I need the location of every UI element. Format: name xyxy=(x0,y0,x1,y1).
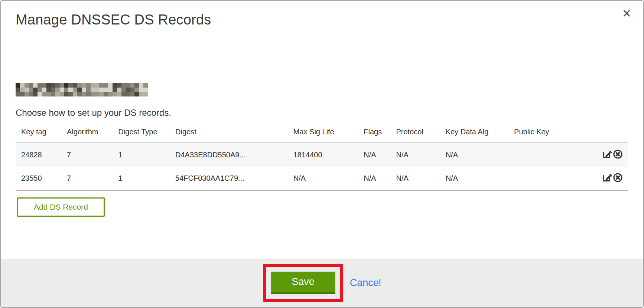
manage-dnssec-ds-records-dialog: ✕ Manage DNSSEC DS Records Choose how to… xyxy=(0,0,644,308)
cell-key_tag: 24828 xyxy=(16,143,61,167)
annotation-highlight-red: Save xyxy=(263,264,343,302)
edit-record-icon[interactable] xyxy=(602,149,612,159)
column-header-key_tag: Key tag xyxy=(16,124,61,143)
column-header-flags: Flags xyxy=(358,124,390,143)
cell-max_sig_life: N/A xyxy=(288,167,358,190)
close-icon[interactable]: ✕ xyxy=(622,8,631,19)
instruction-text: Choose how to set up your DS records. xyxy=(16,108,628,118)
cell-digest: 54FCF030AA1C79... xyxy=(170,167,288,190)
column-header-algorithm: Algorithm xyxy=(61,124,113,143)
cell-actions xyxy=(575,167,628,190)
domain-name-redacted xyxy=(16,83,148,96)
column-header-public_key: Public Key xyxy=(508,124,575,143)
delete-record-icon[interactable] xyxy=(613,149,623,159)
cell-public_key xyxy=(508,167,575,190)
cell-digest: D4A33E8DD550A9... xyxy=(170,143,288,167)
dialog-body: Manage DNSSEC DS Records Choose how to s… xyxy=(1,11,643,217)
cell-digest_type: 1 xyxy=(113,143,170,167)
column-header-actions xyxy=(575,124,628,143)
page-title: Manage DNSSEC DS Records xyxy=(16,11,628,28)
ds-records-table: Key tagAlgorithmDigest TypeDigestMax Sig… xyxy=(16,124,628,191)
cell-max_sig_life: 1814400 xyxy=(288,143,358,167)
cell-algorithm: 7 xyxy=(61,167,113,190)
cell-public_key xyxy=(508,143,575,167)
cell-key_data_alg: N/A xyxy=(440,167,508,190)
column-header-protocol: Protocol xyxy=(390,124,440,143)
column-header-max_sig_life: Max Sig Life xyxy=(288,124,358,143)
save-button[interactable]: Save xyxy=(271,272,335,294)
cell-actions xyxy=(575,143,628,167)
add-ds-record-button[interactable]: Add DS Record xyxy=(17,197,105,217)
delete-record-icon[interactable] xyxy=(613,173,623,183)
cell-protocol: N/A xyxy=(390,167,440,190)
column-header-digest: Digest xyxy=(170,124,288,143)
cell-digest_type: 1 xyxy=(113,167,170,190)
ds-record-row: 2482871D4A33E8DD550A9...1814400N/AN/AN/A xyxy=(16,143,628,167)
edit-record-icon[interactable] xyxy=(602,173,612,183)
column-header-key_data_alg: Key Data Alg xyxy=(440,124,508,143)
cancel-link[interactable]: Cancel xyxy=(350,277,381,289)
column-header-digest_type: Digest Type xyxy=(113,124,170,143)
cell-key_tag: 23550 xyxy=(16,167,61,190)
ds-record-row: 235507154FCF030AA1C79...N/AN/AN/AN/A xyxy=(16,167,628,190)
cell-algorithm: 7 xyxy=(61,143,113,167)
dialog-footer: Save Cancel xyxy=(1,259,643,307)
cell-flags: N/A xyxy=(358,143,390,167)
cell-key_data_alg: N/A xyxy=(440,143,508,167)
cell-flags: N/A xyxy=(358,167,390,190)
table-header-row: Key tagAlgorithmDigest TypeDigestMax Sig… xyxy=(16,124,628,143)
cell-protocol: N/A xyxy=(390,143,440,167)
